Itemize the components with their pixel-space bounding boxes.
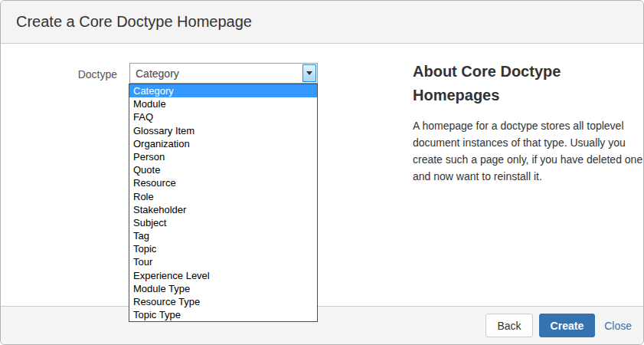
dialog-footer: Back Create Close xyxy=(1,306,643,344)
doctype-select[interactable]: Category xyxy=(129,63,318,84)
doctype-option[interactable]: Tag xyxy=(129,229,317,242)
doctype-option[interactable]: Stakeholder xyxy=(129,203,317,216)
doctype-option[interactable]: Resource Type xyxy=(129,295,317,308)
doctype-option-list: CategoryModuleFAQGlossary ItemOrganizati… xyxy=(129,84,318,322)
dialog-header: Create a Core Doctype Homepage xyxy=(1,1,643,44)
create-doctype-homepage-dialog: Create a Core Doctype Homepage Doctype C… xyxy=(0,0,644,345)
doctype-option[interactable]: Quote xyxy=(129,163,317,176)
dialog-content: Doctype Category CategoryModuleFAQGlossa… xyxy=(1,44,643,306)
doctype-label: Doctype xyxy=(1,68,117,80)
doctype-option[interactable]: Tour xyxy=(129,255,317,268)
select-dropdown-arrow-icon[interactable] xyxy=(302,64,316,82)
doctype-option[interactable]: Organization xyxy=(129,137,317,150)
doctype-option[interactable]: Experience Level xyxy=(129,269,317,282)
doctype-select-value: Category xyxy=(136,67,179,80)
doctype-option[interactable]: Module xyxy=(129,97,317,110)
about-body-text: A homepage for a doctype stores all topl… xyxy=(413,117,644,185)
dialog-title: Create a Core Doctype Homepage xyxy=(16,13,252,31)
doctype-option[interactable]: Resource xyxy=(129,176,317,189)
doctype-option[interactable]: Topic xyxy=(129,242,317,255)
about-heading: About Core Doctype Homepages xyxy=(413,60,606,107)
about-panel: About Core Doctype Homepages A homepage … xyxy=(413,60,644,185)
doctype-option[interactable]: Module Type xyxy=(129,282,317,295)
close-link[interactable]: Close xyxy=(604,320,632,332)
doctype-option[interactable]: Person xyxy=(129,150,317,163)
create-button[interactable]: Create xyxy=(539,314,596,337)
doctype-option[interactable]: Role xyxy=(129,190,317,203)
back-button[interactable]: Back xyxy=(485,314,532,337)
doctype-option[interactable]: Subject xyxy=(129,216,317,229)
doctype-option[interactable]: Glossary Item xyxy=(129,124,317,137)
doctype-option[interactable]: Category xyxy=(129,84,317,97)
chevron-down-icon xyxy=(306,71,312,75)
doctype-option[interactable]: FAQ xyxy=(129,110,317,123)
doctype-option[interactable]: Topic Type xyxy=(129,308,317,321)
